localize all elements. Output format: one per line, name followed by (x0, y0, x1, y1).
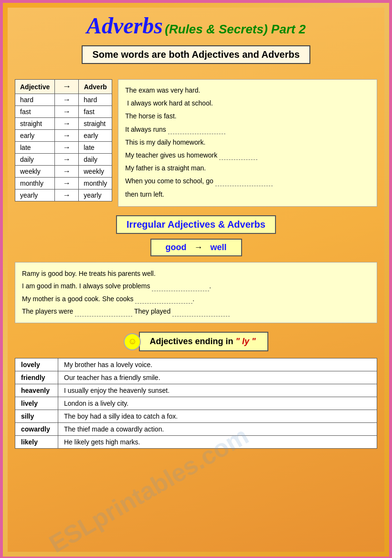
adv-cell: straight (79, 118, 112, 130)
example-2: I always work hard at school. (125, 97, 370, 109)
adj-adv-table: Adjective → Adverb hard→hardfast→faststr… (15, 79, 112, 201)
blank-irr-4 (172, 316, 230, 316)
section1-heading-wrapper: Some words are both Adjectives and Adver… (15, 45, 377, 72)
list-item: heavenlyI usually enjoy the heavenly sun… (15, 384, 377, 397)
blank-3 (215, 186, 273, 186)
table-row: yearly→yearly (15, 190, 112, 201)
list-item: friendlyOur teacher has a friendly smile… (15, 371, 377, 384)
sentence-cell: The thief made a cowardly action. (58, 423, 377, 436)
example-8: When you come to school, go (125, 175, 370, 187)
adv-cell: daily (79, 154, 112, 166)
arrow-cell: → (55, 142, 79, 154)
table-row: fast→fast (15, 106, 112, 118)
sentence-cell: London is a lively city. (58, 397, 377, 410)
blank-irr-2 (135, 303, 192, 304)
table-row: hard→hard (15, 94, 112, 106)
word-cell: heavenly (15, 384, 58, 397)
word-cell: likely (15, 436, 58, 449)
adv-cell: late (79, 142, 112, 154)
arrow-cell: → (55, 166, 79, 178)
table-row: early→early (15, 130, 112, 142)
adv-cell: early (79, 130, 112, 142)
arrow-cell: → (55, 178, 79, 190)
arrow-cell: → (55, 118, 79, 130)
arrow-cell: → (55, 130, 79, 142)
good-well-box: good → well (150, 239, 242, 256)
title-main: Adverbs (86, 13, 163, 38)
table-header-arrow: → (55, 80, 79, 94)
list-item: livelyLondon is a lively city. (15, 397, 377, 410)
example-3: The horse is fast. (125, 110, 370, 122)
arrow-cell: → (55, 190, 79, 201)
example-6: My teacher gives us homework (125, 149, 370, 161)
adv-cell: fast (79, 106, 112, 118)
arrow-cell: → (55, 106, 79, 118)
example-7: My father is a straight man. (125, 162, 370, 174)
word-cell: lovely (15, 358, 58, 371)
irregular-heading: Irregular Adjectives & Adverbs (116, 215, 276, 234)
word-cell: silly (15, 410, 58, 423)
word-good: good (166, 242, 187, 253)
adj-cell: weekly (15, 166, 55, 178)
adv-cell: yearly (79, 190, 112, 201)
irregular-heading-wrapper: Irregular Adjectives & Adverbs (15, 215, 377, 234)
sentence-cell: The boy had a silly idea to catch a fox. (58, 410, 377, 423)
arrow-cell: → (55, 94, 79, 106)
adv-cell: hard (79, 94, 112, 106)
example-box: The exam was very hard. I always work ha… (118, 79, 377, 207)
sentence-cell: Our teacher has a friendly smile. (58, 371, 377, 384)
word-cell: lively (15, 397, 58, 410)
adj-adv-table-wrapper: Adjective → Adverb hard→hardfast→faststr… (15, 79, 112, 207)
ly-text: " ly " (235, 337, 255, 346)
adj-cell: daily (15, 154, 55, 166)
table-row: monthly→monthly (15, 178, 112, 190)
word-cell: friendly (15, 371, 58, 384)
bottom-table: lovelyMy brother has a lovely voice.frie… (15, 358, 377, 449)
list-item: sillyThe boy had a silly idea to catch a… (15, 410, 377, 423)
table-row: straight→straight (15, 118, 112, 130)
adj-cell: monthly (15, 178, 55, 190)
example-1: The exam was very hard. (125, 84, 370, 96)
adj-cell: late (15, 142, 55, 154)
irr-example-2: I am good in math. I always solve proble… (22, 280, 370, 293)
sentence-cell: He likely gets high marks. (58, 436, 377, 449)
adj-cell: early (15, 130, 55, 142)
section1-heading: Some words are both Adjectives and Adver… (92, 49, 299, 60)
sentence-cell: My brother has a lovely voice. (58, 358, 377, 371)
blank-2 (219, 159, 257, 160)
adj-cell: hard (15, 94, 55, 106)
table-row: weekly→weekly (15, 166, 112, 178)
table-header-adv: Adverb (79, 80, 112, 94)
word-well: well (210, 242, 226, 253)
blank-1 (168, 134, 225, 134)
example-9: then turn left. (125, 189, 370, 200)
title-area: Adverbs (Rules & Secrets) Part 2 (15, 12, 377, 39)
adj-ending-wrapper: ☺ Adjectives ending in " ly " (15, 332, 377, 351)
adj-ending-box: Adjectives ending in " ly " (139, 332, 268, 351)
arrow-cell: → (55, 154, 79, 166)
blank-irr-3 (75, 316, 132, 316)
sentence-cell: I usually enjoy the heavenly sunset. (58, 384, 377, 397)
adv-cell: weekly (79, 166, 112, 178)
content-row: Adjective → Adverb hard→hardfast→faststr… (15, 79, 377, 207)
section1-heading-box: Some words are both Adjectives and Adver… (82, 45, 310, 64)
irregular-example-box: Ramy is good boy. He treats his parents … (15, 262, 377, 323)
example-4: It always runs (125, 124, 370, 136)
list-item: cowardlyThe thief made a cowardly action… (15, 423, 377, 436)
list-item: likelyHe likely gets high marks. (15, 436, 377, 449)
blank-irr-1 (152, 291, 209, 291)
example-5: This is my daily homework. (125, 137, 370, 148)
page-wrapper: ESLprintables.com Adverbs (Rules & Secre… (8, 8, 384, 552)
adj-cell: straight (15, 118, 55, 130)
irr-example-4: The players were They played (22, 305, 370, 318)
table-row: daily→daily (15, 154, 112, 166)
adj-cell: fast (15, 106, 55, 118)
word-cell: cowardly (15, 423, 58, 436)
good-well-wrapper: good → well (15, 239, 377, 256)
table-row: late→late (15, 142, 112, 154)
irr-example-3: My mother is a good cook. She cooks . (22, 293, 370, 305)
adv-cell: monthly (79, 178, 112, 190)
good-well-arrow-icon: → (194, 242, 202, 253)
irr-example-1: Ramy is good boy. He treats his parents … (22, 267, 370, 280)
adj-ending-circle: ☺ (124, 333, 141, 350)
